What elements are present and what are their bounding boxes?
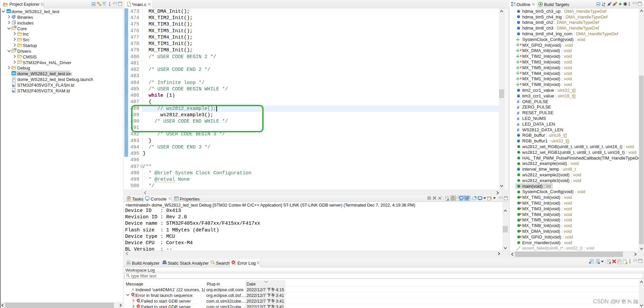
svg-text:C: C	[15, 26, 16, 28]
svg-text:MX: MX	[12, 72, 15, 75]
svg-text:IDE: IDE	[7, 10, 10, 12]
svg-text:a: a	[604, 2, 605, 4]
svg-text:h: h	[14, 21, 15, 25]
svg-text:LD: LD	[13, 85, 15, 87]
svg-text:z: z	[604, 4, 605, 6]
svg-text:LD: LD	[13, 91, 15, 92]
svg-text:c: c	[128, 3, 129, 7]
svg-text:s: s	[615, 2, 617, 4]
svg-text:i: i	[132, 287, 133, 291]
svg-text:C: C	[15, 48, 16, 50]
